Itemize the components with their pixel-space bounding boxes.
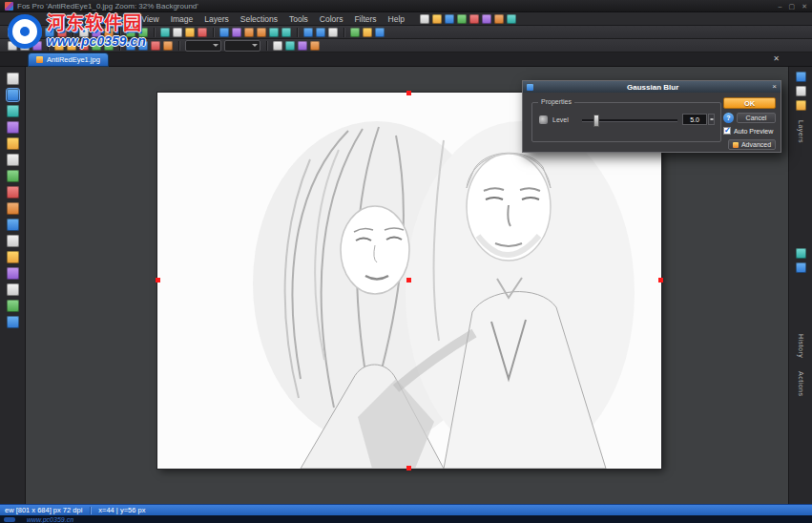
quick-copy-icon[interactable] xyxy=(494,14,504,24)
zoom-fit-icon[interactable] xyxy=(328,28,338,37)
auto-preview-option[interactable]: Auto Preview xyxy=(723,127,773,135)
advanced-icon xyxy=(733,142,739,148)
level-spinner[interactable] xyxy=(708,114,715,125)
pointer-tool[interactable] xyxy=(7,73,19,85)
zoom-in-icon[interactable] xyxy=(303,28,313,37)
resize-icon[interactable] xyxy=(232,28,241,37)
grid-icon[interactable] xyxy=(363,28,372,37)
quick-open-icon[interactable] xyxy=(432,14,442,24)
status-bar: ew [801 x 684] px 72 dpi x=44 | y=56 px xyxy=(0,504,812,515)
red-eye-removal-icon[interactable] xyxy=(151,41,160,51)
quick-undo-icon[interactable] xyxy=(457,14,467,24)
rotate-right-icon[interactable] xyxy=(257,28,266,37)
menu-image[interactable]: Image xyxy=(165,12,199,26)
crop-icon[interactable] xyxy=(219,28,229,37)
tab-close-icon[interactable]: ✕ xyxy=(773,52,780,66)
effects-icon[interactable] xyxy=(310,41,320,51)
cancel-button[interactable]: Cancel xyxy=(737,113,776,123)
minimize-icon[interactable]: – xyxy=(779,0,782,12)
clone-tool[interactable] xyxy=(7,219,19,231)
properties-group-label: Properties xyxy=(538,98,574,105)
layers-icon[interactable] xyxy=(796,72,806,82)
selection-handle-center[interactable] xyxy=(406,278,411,282)
title-bar: Fos Pro 'AntiRedEye1_0.jpg Zoom: 32% Bac… xyxy=(0,0,812,12)
flip-vertical-icon[interactable] xyxy=(281,28,291,37)
crop-tool[interactable] xyxy=(7,137,19,150)
fill-tool[interactable] xyxy=(7,251,19,263)
help-icon[interactable] xyxy=(375,28,385,37)
eraser-tool[interactable] xyxy=(7,235,19,247)
document-info: ew [801 x 684] px 72 dpi xyxy=(5,506,82,514)
auto-preview-label: Auto Preview xyxy=(734,128,773,135)
help-button[interactable]: ? xyxy=(723,113,734,123)
cut-icon[interactable] xyxy=(160,28,170,37)
advanced-button[interactable]: Advanced xyxy=(728,139,776,150)
dialog-close-icon[interactable]: × xyxy=(772,81,777,93)
delete-icon[interactable] xyxy=(198,28,207,37)
pencil-tool[interactable] xyxy=(7,202,19,215)
dialog-title-bar[interactable]: Gaussian Blur × xyxy=(523,81,781,93)
menu-layers[interactable]: Layers xyxy=(198,12,235,26)
footer-accent xyxy=(4,517,15,522)
quick-print-icon[interactable] xyxy=(482,14,491,24)
text-icon[interactable] xyxy=(273,41,282,51)
dialog-title: Gaussian Blur xyxy=(533,83,772,92)
rulers-icon[interactable] xyxy=(350,28,360,37)
zoom-out-icon[interactable] xyxy=(316,28,325,37)
menu-tools[interactable]: Tools xyxy=(283,12,314,26)
ok-button[interactable]: OK xyxy=(723,97,776,109)
brush-tool[interactable] xyxy=(7,186,19,199)
rotate-left-icon[interactable] xyxy=(244,28,254,37)
navigator-icon[interactable] xyxy=(796,100,806,111)
copy-icon[interactable] xyxy=(173,28,182,37)
dock-panel-history[interactable]: History xyxy=(798,334,804,358)
quick-paste-icon[interactable] xyxy=(507,14,516,24)
move-tool[interactable] xyxy=(7,154,19,166)
selection-handle-left[interactable] xyxy=(156,278,160,282)
app-icon xyxy=(5,2,13,10)
dock-panel-actions[interactable]: Actions xyxy=(798,371,804,396)
selection-handle-right[interactable] xyxy=(658,278,663,282)
paste-icon[interactable] xyxy=(185,28,195,37)
footer-text: www.pc0359.cn xyxy=(27,516,73,523)
menu-help[interactable]: Help xyxy=(383,12,410,26)
menu-filters[interactable]: Filters xyxy=(348,12,382,26)
gradient-tool[interactable] xyxy=(7,267,19,280)
level-value-field[interactable]: 5.0 xyxy=(682,114,707,125)
swatch-blue[interactable] xyxy=(796,262,806,273)
quick-new-icon[interactable] xyxy=(420,14,429,24)
site-logo xyxy=(8,14,42,49)
quick-save-icon[interactable] xyxy=(445,14,454,24)
flip-horizontal-icon[interactable] xyxy=(269,28,279,37)
lasso-tool[interactable] xyxy=(7,105,19,117)
shape-tool[interactable] xyxy=(7,300,19,312)
auto-preview-checkbox[interactable] xyxy=(723,127,731,135)
magic-wand-tool[interactable] xyxy=(7,121,19,134)
layers-icon[interactable] xyxy=(298,41,307,51)
level-slider-handle[interactable] xyxy=(593,115,599,127)
dock-panel-layers[interactable]: Layers xyxy=(798,120,804,143)
maximize-icon[interactable]: ▢ xyxy=(789,0,796,12)
menu-selections[interactable]: Selections xyxy=(235,12,283,26)
advanced-label: Advanced xyxy=(741,141,771,148)
selection-handle-top[interactable] xyxy=(406,91,411,95)
toolbar-separator xyxy=(344,28,344,37)
quick-redo-icon[interactable] xyxy=(469,14,479,24)
menu-colors[interactable]: Colors xyxy=(314,12,349,26)
swatch-teal[interactable] xyxy=(796,248,806,259)
level-label: Level xyxy=(552,116,569,123)
zoom-combo[interactable] xyxy=(185,40,221,52)
zoom-tool[interactable] xyxy=(7,316,19,328)
clone-stamp-icon[interactable] xyxy=(163,41,173,51)
text-tool[interactable] xyxy=(7,283,19,296)
watermark-site-url: www.pc0359.cn xyxy=(47,33,146,49)
eyedropper-tool[interactable] xyxy=(7,170,19,182)
mode-combo[interactable] xyxy=(224,40,260,52)
rect-select-tool[interactable] xyxy=(7,89,19,101)
close-icon[interactable]: ✕ xyxy=(802,0,807,12)
shapes-icon[interactable] xyxy=(285,41,295,51)
channels-icon[interactable] xyxy=(796,86,806,96)
selection-handle-bottom[interactable] xyxy=(406,466,411,471)
document-tab[interactable]: AntiRedEye1.jpg xyxy=(29,53,108,66)
blur-level-icon xyxy=(539,115,548,124)
